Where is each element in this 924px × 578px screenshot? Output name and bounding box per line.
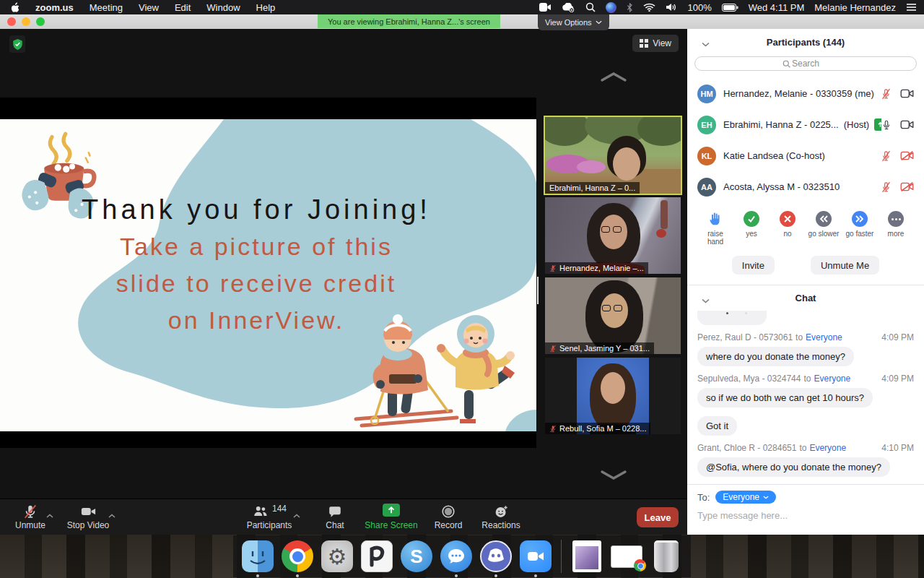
muted-mic-icon	[22, 504, 38, 520]
chat-message-header: Perez, Raul D - 0573061 to Everyone 4:09…	[697, 332, 914, 342]
record-label: Record	[429, 520, 468, 530]
participant-name: Ebrahimi, Hanna Z - 0225...	[723, 119, 839, 130]
dock-skype-icon[interactable]: S	[401, 540, 432, 572]
dock-divider	[561, 540, 562, 573]
shared-slide: Thank you for Joining! Take a picture of…	[0, 119, 536, 431]
bluetooth-icon[interactable]	[627, 3, 633, 12]
chat-message-header: Sepulveda, Mya - 0324744 to Everyone 4:0…	[697, 374, 914, 384]
dock-zoom-icon[interactable]	[520, 540, 552, 572]
recipient-selector[interactable]: Everyone	[715, 491, 776, 504]
menu-bar-user[interactable]: Melanie Hernandez	[814, 2, 896, 13]
unmute-me-button[interactable]: Unmute Me	[811, 256, 879, 275]
participants-search-input[interactable]	[695, 57, 916, 70]
record-button[interactable]: Record	[429, 504, 468, 530]
dock-system-preferences-icon[interactable]: ⚙	[321, 540, 353, 572]
recipient-link[interactable]: Everyone	[814, 374, 850, 384]
recipient-link[interactable]: Everyone	[806, 332, 842, 342]
raise-hand-button[interactable]: raise hand	[699, 211, 732, 246]
dock-finder-icon[interactable]	[242, 540, 274, 572]
menu-bar-clock[interactable]: Wed 4:11 PM	[749, 2, 805, 13]
thumbnail-name: Rebull, Sofia M – 0228...	[559, 424, 646, 433]
close-window-button[interactable]	[7, 17, 16, 26]
participant-row-acosta[interactable]: AA Acosta, Alyssa M - 0323510	[687, 171, 924, 202]
recipient-link[interactable]: Everyone	[809, 443, 846, 453]
invite-button[interactable]: Invite	[732, 256, 775, 275]
shared-slide-frame: Thank you for Joining! Take a picture of…	[0, 98, 536, 448]
participants-actions: Invite Unmute Me	[687, 256, 924, 275]
menu-item-zoomus[interactable]: zoom.us	[35, 2, 74, 13]
video-thumbnail-senel[interactable]: Senel, Jasming Y – 031...	[545, 277, 681, 354]
no-button[interactable]: no	[771, 211, 804, 246]
expand-gallery-chevron[interactable]	[598, 470, 629, 484]
chat-messages[interactable]: Perez, Raul D - 0573061 to Everyone 4:09…	[687, 311, 924, 484]
participant-row-hernandez[interactable]: HM Hernandez, Melanie - 0330359 (me)	[687, 78, 924, 109]
user-switch-list-icon[interactable]	[906, 3, 917, 12]
meeting-info-shield-icon[interactable]	[9, 35, 25, 53]
video-thumbnail-hernandez[interactable]: Hernandez, Melanie –...	[545, 197, 681, 274]
zoom-window-button[interactable]	[36, 17, 45, 26]
share-screen-label: Share Screen	[362, 520, 420, 530]
video-thumbnail-ebrahimi[interactable]: Ebrahimi, Hanna Z – 0...	[545, 117, 681, 194]
dock-messages-icon[interactable]	[440, 540, 472, 572]
go-faster-button[interactable]: go faster	[843, 211, 876, 246]
participants-search[interactable]	[694, 56, 917, 71]
participants-button[interactable]: 144 Participants	[238, 504, 300, 530]
battery-icon[interactable]	[722, 4, 738, 12]
reactions-button[interactable]: Reactions	[476, 504, 526, 530]
collapse-participants-chevron[interactable]	[702, 38, 710, 49]
dock-chrome-icon[interactable]	[282, 540, 313, 572]
menu-item-window[interactable]: Window	[206, 2, 240, 13]
stop-video-button[interactable]: Stop Video	[61, 504, 116, 530]
gallery-scrollbar[interactable]	[537, 277, 539, 304]
minimize-window-button[interactable]	[22, 17, 30, 26]
unmute-button[interactable]: Unmute	[7, 504, 53, 530]
leave-button[interactable]: Leave	[637, 507, 679, 527]
dock-screenshot-file-icon[interactable]	[611, 540, 642, 572]
to-connector: to	[799, 443, 806, 453]
participant-row-landsea[interactable]: KL Katie Landsea (Co-host)	[687, 140, 924, 171]
menu-item-help[interactable]: Help	[256, 2, 276, 13]
menu-item-view[interactable]: View	[139, 2, 159, 13]
camera-on-icon	[900, 88, 914, 99]
yes-button[interactable]: yes	[735, 211, 768, 246]
apple-menu-icon[interactable]	[10, 2, 19, 13]
share-banner-text: You are viewing Ebrahimi, Hanna Z...'s s…	[328, 17, 490, 26]
chat-message-input[interactable]	[697, 510, 914, 521]
grid-icon	[640, 39, 648, 48]
collapse-chat-chevron[interactable]	[702, 295, 710, 306]
message-time: 4:09 PM	[881, 374, 914, 384]
share-screen-button[interactable]: Share Screen	[362, 504, 420, 530]
thumbnail-name: Senel, Jasming Y – 031...	[559, 344, 650, 353]
participant-row-ebrahimi[interactable]: EH Ebrahimi, Hanna Z - 0225... (Host)	[687, 109, 924, 140]
to-connector: to	[803, 374, 811, 384]
cloud-sync-icon[interactable]	[562, 3, 575, 12]
dock-trash-icon[interactable]	[650, 540, 682, 572]
collapse-gallery-chevron[interactable]	[598, 71, 629, 85]
view-options-button[interactable]: View Options	[538, 14, 609, 30]
mic-options-caret[interactable]	[46, 510, 53, 520]
participants-options-caret[interactable]	[293, 510, 300, 520]
video-thumbnail-rebull[interactable]: Rebull, Sofia M – 0228...	[545, 358, 681, 434]
volume-icon[interactable]	[666, 3, 677, 12]
dock-purple-file-icon[interactable]	[571, 540, 603, 572]
video-options-caret[interactable]	[108, 510, 116, 520]
sender-name: Perez, Raul D - 0573061	[697, 332, 793, 342]
more-button[interactable]: more	[879, 211, 912, 246]
chat-panel-header: Chat	[687, 285, 924, 311]
screen-record-camera-icon[interactable]	[539, 3, 552, 12]
menu-item-meeting[interactable]: Meeting	[90, 2, 123, 13]
spotlight-search-icon[interactable]	[585, 2, 596, 12]
go-slower-button[interactable]: go slower	[807, 211, 840, 246]
wifi-icon[interactable]	[643, 3, 655, 12]
muted-mic-icon	[549, 345, 557, 353]
camera-on-icon	[900, 119, 914, 130]
view-layout-button[interactable]: View	[632, 35, 679, 52]
dock-clip-studio-icon[interactable]	[361, 540, 393, 572]
siri-icon[interactable]	[606, 2, 616, 13]
go-faster-label: go faster	[843, 230, 876, 238]
go-slower-label: go slower	[807, 230, 840, 238]
chat-button[interactable]: Chat	[318, 504, 352, 530]
dock-discord-icon[interactable]	[480, 540, 512, 572]
chat-label: Chat	[318, 520, 352, 530]
menu-item-edit[interactable]: Edit	[175, 2, 191, 13]
